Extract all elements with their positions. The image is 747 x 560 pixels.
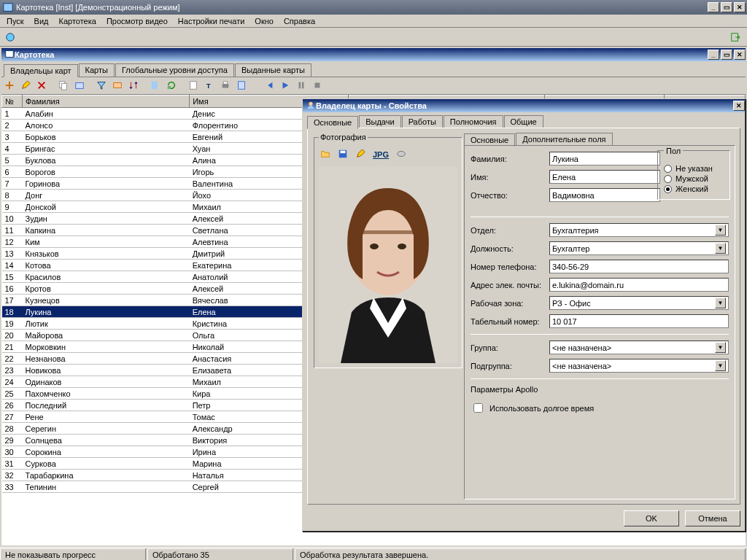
refresh-icon[interactable] xyxy=(166,80,178,92)
duplicate-icon[interactable] xyxy=(74,80,86,92)
tab-cards[interactable]: Карты xyxy=(79,63,115,77)
department-combo[interactable]: Бухгалтерия▼ xyxy=(549,223,729,237)
lbl-group: Группа: xyxy=(471,343,549,352)
sub-minimize-button[interactable]: _ xyxy=(708,50,719,60)
copy-icon[interactable] xyxy=(58,80,70,92)
email-field[interactable] xyxy=(549,278,729,292)
gender-male[interactable]: Мужской xyxy=(664,174,724,183)
sub-maximize-button[interactable]: ▭ xyxy=(721,50,732,60)
toolbar-browser-icon[interactable] xyxy=(3,30,18,44)
tab-issued[interactable]: Выданные карты xyxy=(235,63,311,77)
gender-none[interactable]: Не указан xyxy=(664,164,724,173)
lbl-zone: Рабочая зона: xyxy=(471,299,549,308)
lbl-position: Должность: xyxy=(471,244,549,253)
tabelno-field[interactable] xyxy=(549,314,729,328)
subgroup-combo[interactable]: <не назначена>▼ xyxy=(549,359,729,373)
name-field[interactable] xyxy=(549,170,660,184)
subwindow-icon xyxy=(4,49,15,61)
camera-icon[interactable] xyxy=(396,149,406,160)
sub-close-button[interactable]: ✕ xyxy=(734,50,746,60)
dlg-tab-issues[interactable]: Выдачи xyxy=(359,115,400,128)
jpg-button[interactable]: JPG xyxy=(373,150,389,159)
menu-cards[interactable]: Картотека xyxy=(54,15,101,27)
tab-owners[interactable]: Владельцы карт xyxy=(4,64,78,77)
inner-tab-extra[interactable]: Дополнительные поля xyxy=(516,133,612,146)
sub-toolbar: T xyxy=(1,77,746,95)
chevron-down-icon[interactable]: ▼ xyxy=(715,342,726,353)
maximize-button[interactable]: ▭ xyxy=(721,2,732,12)
folder-icon[interactable] xyxy=(320,149,330,160)
svg-point-21 xyxy=(398,152,406,157)
edit-icon[interactable] xyxy=(20,80,32,92)
photo-group: Фотография JPG xyxy=(314,133,462,368)
play-icon[interactable] xyxy=(280,80,292,92)
patronymic-field[interactable] xyxy=(549,188,660,202)
columns-icon[interactable] xyxy=(150,80,162,92)
dlg-tab-works[interactable]: Работы xyxy=(402,115,443,128)
group-combo[interactable]: <не назначена>▼ xyxy=(549,341,729,354)
menu-video[interactable]: Просмотр видео xyxy=(101,15,173,27)
surname-field[interactable] xyxy=(549,152,660,166)
lbl-tabno: Табельный номер: xyxy=(471,317,549,326)
lbl-patronymic: Отчество: xyxy=(471,191,549,200)
gender-title: Пол xyxy=(664,147,683,155)
svg-point-25 xyxy=(370,244,379,249)
column-header[interactable]: № xyxy=(2,96,23,108)
svg-rect-8 xyxy=(152,81,155,89)
app-titlebar: Картотека [Inst] [Демонстрационный режим… xyxy=(0,0,747,15)
dlg-tab-general[interactable]: Общие xyxy=(504,115,543,128)
sort-icon[interactable] xyxy=(128,80,140,92)
lbl-name: Имя: xyxy=(471,173,549,182)
gender-female[interactable]: Женский xyxy=(664,184,724,193)
main-toolbar xyxy=(0,28,747,47)
nav-first-icon[interactable] xyxy=(264,80,276,92)
dialog-title: Владелец карты - Свойства xyxy=(316,101,427,110)
svg-rect-24 xyxy=(363,230,414,234)
dialog-close-button[interactable]: ✕ xyxy=(733,101,745,111)
edit-photo-icon[interactable] xyxy=(355,149,365,160)
owner-photo xyxy=(319,166,457,363)
export-icon[interactable] xyxy=(188,80,200,92)
tab-access-levels[interactable]: Глобальные уровни доступа xyxy=(115,63,234,77)
filter-icon[interactable] xyxy=(96,80,108,92)
ok-button[interactable]: OK xyxy=(624,510,679,526)
lbl-surname: Фамилия: xyxy=(471,155,549,163)
toolbar-exit-icon[interactable] xyxy=(728,30,743,44)
print-icon[interactable] xyxy=(220,80,232,92)
chevron-down-icon[interactable]: ▼ xyxy=(715,298,726,308)
status-processed: Обработано 35 xyxy=(147,548,293,561)
column-header[interactable]: Фамилия xyxy=(23,96,190,108)
minimize-button[interactable]: _ xyxy=(708,2,719,12)
close-button[interactable]: ✕ xyxy=(734,2,746,12)
menu-start[interactable]: Пуск xyxy=(1,15,29,27)
dialog-titlebar[interactable]: Владелец карты - Свойства ✕ xyxy=(303,99,745,112)
text-icon[interactable]: T xyxy=(204,80,216,92)
dlg-tab-main[interactable]: Основные xyxy=(307,116,358,129)
dlg-tab-perm[interactable]: Полномочия xyxy=(444,115,503,128)
chevron-down-icon[interactable]: ▼ xyxy=(715,243,726,254)
pause-icon[interactable] xyxy=(296,80,308,92)
delete-icon[interactable] xyxy=(36,80,48,92)
chevron-down-icon[interactable]: ▼ xyxy=(715,360,726,371)
menu-window[interactable]: Окно xyxy=(249,15,279,27)
phone-field[interactable] xyxy=(549,260,729,273)
svg-rect-17 xyxy=(315,82,320,88)
svg-rect-16 xyxy=(302,82,304,88)
preview-icon[interactable] xyxy=(236,80,248,92)
menu-view[interactable]: Вид xyxy=(29,15,54,27)
svg-rect-7 xyxy=(114,82,122,88)
stop-icon[interactable] xyxy=(312,80,324,92)
longtime-checkbox[interactable]: Использовать долгое время xyxy=(471,401,729,415)
zone-combo[interactable]: РЗ - Офис▼ xyxy=(549,296,729,310)
cancel-button[interactable]: Отмена xyxy=(685,510,740,526)
card-icon[interactable] xyxy=(112,80,124,92)
menu-help[interactable]: Справка xyxy=(279,15,320,27)
svg-rect-15 xyxy=(299,82,301,88)
save-photo-icon[interactable] xyxy=(338,149,348,160)
position-combo[interactable]: Бухгалтер▼ xyxy=(549,241,729,255)
dialog-icon xyxy=(306,100,316,112)
svg-rect-9 xyxy=(155,81,158,89)
menu-print[interactable]: Настройки печати xyxy=(173,15,250,27)
chevron-down-icon[interactable]: ▼ xyxy=(715,225,726,236)
new-icon[interactable] xyxy=(4,80,16,92)
